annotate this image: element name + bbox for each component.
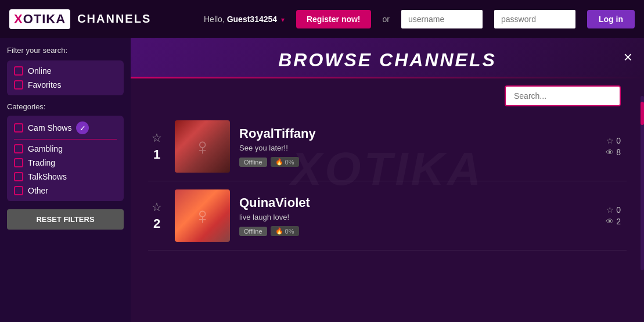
categories-label: Categories: bbox=[7, 102, 124, 111]
cam-shows-label: Cam Shows bbox=[28, 123, 71, 133]
flame-badge-1: 🔥 0% bbox=[271, 157, 299, 167]
channel-thumb-2: ♀ bbox=[175, 189, 230, 242]
channel-desc-2: live laugh love! bbox=[239, 213, 596, 221]
views-count-2: 2 bbox=[616, 217, 621, 226]
talkshows-checkbox[interactable] bbox=[14, 172, 23, 181]
categories-section: Cam Shows ✓ Gambling Trading TalkShows O… bbox=[7, 116, 124, 201]
flame-icon-2: 🔥 bbox=[275, 227, 283, 235]
badges-2: Offline 🔥 0% bbox=[239, 226, 596, 236]
cam-shows-checked-icon[interactable]: ✓ bbox=[76, 121, 89, 134]
online-checkbox[interactable] bbox=[14, 66, 23, 76]
gambling-checkbox[interactable] bbox=[14, 144, 23, 153]
search-area bbox=[131, 78, 644, 112]
guest-dropdown-icon[interactable]: ▾ bbox=[281, 16, 285, 24]
cam-shows-divider bbox=[14, 139, 117, 139]
browse-header: BROWSE CHANNELS × bbox=[131, 38, 644, 77]
status-badge-1: Offline bbox=[239, 158, 267, 167]
other-label: Other bbox=[28, 186, 48, 195]
browse-title: BROWSE CHANNELS bbox=[131, 49, 644, 71]
channel-list: ☆ 1 ♀ RoyalTiffany See you later!! Offli… bbox=[131, 112, 644, 251]
filter-section: Online Favorites bbox=[7, 60, 124, 95]
filter-label: Filter your search: bbox=[7, 46, 124, 55]
username-input[interactable] bbox=[401, 10, 483, 28]
channel-thumb-1: ♀ bbox=[175, 120, 230, 173]
cat-cam-shows: Cam Shows ✓ bbox=[14, 121, 117, 134]
cat-talkshows: TalkShows bbox=[14, 172, 117, 181]
content-area: BROWSE CHANNELS × XOTIKA ☆ 1 ♀ RoyalTiff… bbox=[131, 38, 644, 322]
thumb-royal-tiffany: ♀ bbox=[175, 120, 230, 173]
views-icon-1: 👁 bbox=[606, 148, 614, 157]
hello-text: Hello, Guest314254 ▾ bbox=[204, 15, 285, 24]
star-count-1: 0 bbox=[616, 136, 621, 145]
search-input[interactable] bbox=[505, 85, 621, 106]
rank-star-col-1: ☆ 1 bbox=[148, 131, 166, 162]
views-stat-2: 👁 2 bbox=[606, 217, 621, 226]
stars-stat-1: ☆ 0 bbox=[606, 136, 621, 145]
header: XOTIKA CHANNELS Hello, Guest314254 ▾ Reg… bbox=[0, 0, 644, 38]
star-icon-2[interactable]: ☆ bbox=[152, 200, 162, 214]
logo-text: XOTIKA bbox=[14, 12, 66, 26]
channel-name-2[interactable]: QuinaViolet bbox=[239, 195, 596, 210]
logo-x: X bbox=[14, 12, 23, 26]
views-icon-2: 👁 bbox=[606, 217, 614, 226]
table-row: ☆ 1 ♀ RoyalTiffany See you later!! Offli… bbox=[148, 112, 627, 181]
star-icon-1[interactable]: ☆ bbox=[152, 131, 162, 145]
stats-col-1: ☆ 0 👁 8 bbox=[606, 136, 627, 157]
cat-other: Other bbox=[14, 186, 117, 195]
favorites-checkbox[interactable] bbox=[14, 80, 23, 90]
sidebar: Filter your search: Online Favorites Cat… bbox=[0, 38, 131, 322]
table-row: ☆ 2 ♀ QuinaViolet live laugh love! Offli… bbox=[148, 181, 627, 251]
or-text: or bbox=[383, 15, 390, 24]
online-label: Online bbox=[28, 66, 51, 76]
rank-1: 1 bbox=[153, 147, 160, 162]
register-button[interactable]: Register now! bbox=[296, 10, 371, 28]
flame-badge-2: 🔥 0% bbox=[271, 226, 299, 236]
close-button[interactable]: × bbox=[624, 48, 632, 66]
views-count-1: 8 bbox=[616, 148, 621, 157]
cam-shows-checkbox[interactable] bbox=[14, 123, 23, 133]
filter-favorites: Favorites bbox=[14, 80, 117, 90]
login-button[interactable]: Log in bbox=[587, 10, 635, 28]
channel-info-2: QuinaViolet live laugh love! Offline 🔥 0… bbox=[239, 195, 596, 236]
stats-col-2: ☆ 0 👁 2 bbox=[606, 205, 627, 226]
channel-info-1: RoyalTiffany See you later!! Offline 🔥 0… bbox=[239, 126, 596, 167]
views-stat-1: 👁 8 bbox=[606, 148, 621, 157]
star-count-icon-1: ☆ bbox=[606, 136, 614, 145]
rank-2: 2 bbox=[153, 216, 160, 231]
other-checkbox[interactable] bbox=[14, 186, 23, 195]
channel-name-1[interactable]: RoyalTiffany bbox=[239, 126, 596, 141]
cat-trading: Trading bbox=[14, 158, 117, 167]
trading-checkbox[interactable] bbox=[14, 158, 23, 167]
favorites-label: Favorites bbox=[28, 80, 62, 90]
password-input[interactable] bbox=[494, 10, 575, 28]
reset-filters-button[interactable]: RESET FILTERS bbox=[7, 209, 124, 230]
nav-channels-title: CHANNELS bbox=[77, 12, 151, 26]
gambling-label: Gambling bbox=[28, 144, 63, 153]
stars-stat-2: ☆ 0 bbox=[606, 205, 621, 214]
logo-box: XOTIKA bbox=[9, 9, 70, 29]
talkshows-label: TalkShows bbox=[28, 172, 67, 181]
logo-area: XOTIKA CHANNELS bbox=[9, 9, 151, 29]
main-layout: Filter your search: Online Favorites Cat… bbox=[0, 38, 644, 322]
cat-gambling: Gambling bbox=[14, 144, 117, 153]
rank-star-col-2: ☆ 2 bbox=[148, 200, 166, 231]
thumb-quina-violet: ♀ bbox=[175, 189, 230, 242]
star-count-icon-2: ☆ bbox=[606, 205, 614, 214]
status-badge-2: Offline bbox=[239, 227, 267, 236]
channel-desc-1: See you later!! bbox=[239, 144, 596, 152]
star-count-2: 0 bbox=[616, 205, 621, 214]
filter-online: Online bbox=[14, 66, 117, 76]
guest-name: Guest314254 bbox=[227, 15, 277, 24]
flame-icon-1: 🔥 bbox=[275, 158, 283, 166]
badges-1: Offline 🔥 0% bbox=[239, 157, 596, 167]
trading-label: Trading bbox=[28, 158, 55, 167]
